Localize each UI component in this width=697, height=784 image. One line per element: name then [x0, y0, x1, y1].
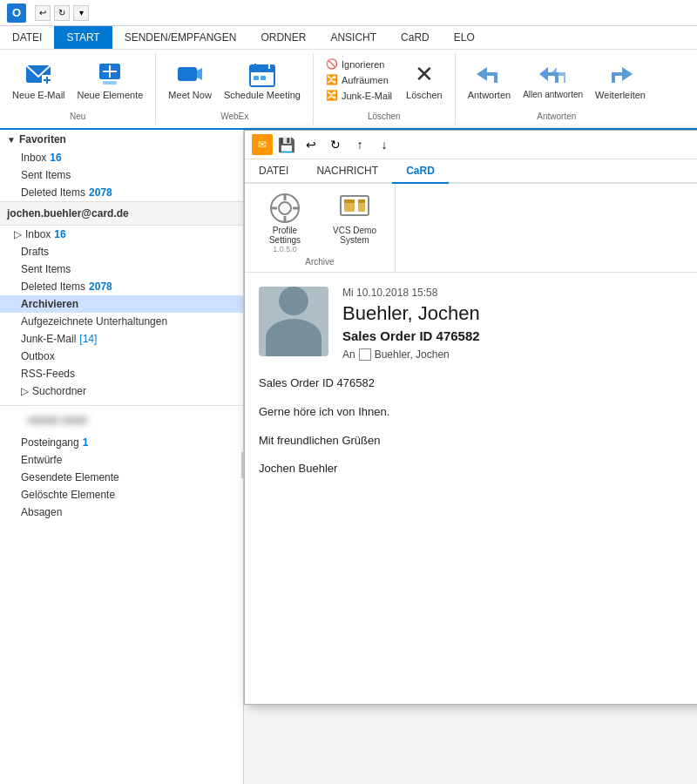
svg-marker-9 [197, 68, 202, 80]
popup-down-btn[interactable]: ↓ [374, 134, 395, 155]
junk-email-button[interactable]: 🔀 Junk-E-Mail [321, 88, 397, 103]
aufraeumen-button[interactable]: 🔀 Aufräumen [321, 72, 397, 87]
sidebar-item-inbox-fav[interactable]: Inbox 16 [0, 149, 243, 166]
popup-tab-datei[interactable]: DATEI [245, 159, 302, 182]
meet-now-button[interactable]: Meet Now [163, 57, 217, 104]
ignorieren-icon: 🚫 [326, 58, 338, 70]
svg-rect-14 [254, 76, 259, 80]
tab-elo[interactable]: ELO [442, 26, 487, 49]
loeschen-icon: ✕ [410, 60, 438, 88]
neue-email-button[interactable]: Neue E-Mail [7, 57, 71, 104]
popup-group-archive-label: Archive [305, 257, 334, 267]
allen-antworten-icon [539, 60, 567, 88]
sidebar-item-drafts[interactable]: Drafts [0, 243, 243, 260]
group-loeschen-label: Löschen [368, 112, 401, 121]
sidebar-item-absagen[interactable]: Absagen [0, 504, 243, 521]
sidebar-item-rss[interactable]: RSS-Feeds [0, 365, 243, 382]
redo-button[interactable]: ↻ [54, 5, 70, 21]
tab-senden[interactable]: SENDEN/EMPFANGEN [112, 26, 249, 49]
favoriten-label: Favoriten [19, 133, 66, 145]
schedule-meeting-icon [248, 60, 276, 88]
popup-undo-btn[interactable]: ↩ [301, 134, 321, 155]
tab-ordner[interactable]: ORDNER [248, 26, 318, 49]
sidebar-item-junk[interactable]: Junk-E-Mail [14] [0, 330, 243, 348]
sidebar-item-sent-fav[interactable]: Sent Items [0, 166, 243, 184]
popup-mail-btn[interactable]: ✉ [252, 134, 273, 155]
svg-point-21 [279, 202, 291, 214]
svg-rect-11 [250, 65, 274, 72]
svg-rect-30 [358, 199, 365, 203]
email-sender-info: Mi 10.10.2018 15:58 Buehler, Jochen Sale… [342, 287, 691, 361]
vcs-demo-label: VCS Demo System [328, 226, 381, 245]
sidebar-item-deleted[interactable]: Deleted Items 2078 [0, 278, 243, 295]
quick-access-toolbar: ↩ ↻ ▾ [35, 5, 89, 21]
email-from-name: Buehler, Jochen [342, 302, 691, 325]
suchordner-arrow-icon: ▷ [21, 385, 29, 397]
popup-tab-card[interactable]: CaRD [392, 159, 449, 184]
antworten-button[interactable]: Antworten [463, 57, 517, 104]
sidebar-account-header: jochen.buehler@card.de [0, 201, 243, 226]
sidebar-favoriten-header[interactable]: ▼ Favoriten [0, 130, 243, 149]
loeschen-button[interactable]: ✕ Löschen [401, 57, 448, 104]
svg-marker-19 [612, 67, 633, 83]
email-subject-line: Sales Order ID 476582 [342, 328, 691, 343]
meet-now-icon [176, 60, 204, 88]
inbox-arrow-icon: ▷ [14, 228, 22, 240]
ignorieren-button[interactable]: 🚫 Ignorieren [321, 57, 397, 71]
popup-ribbon-items: Profile Settings 1.0.5.0 [254, 189, 386, 255]
blurred-account-label: ●●●●● ●●●● [7, 411, 236, 429]
profile-settings-btn[interactable]: Profile Settings 1.0.5.0 [254, 189, 316, 255]
popup-redo-btn[interactable]: ↻ [325, 134, 346, 155]
neue-elemente-button[interactable]: Neue Elemente [72, 57, 149, 104]
popup-ribbon: Profile Settings 1.0.5.0 [245, 184, 697, 273]
group-neu-label: Neu [70, 112, 85, 121]
sidebar-item-suchordner[interactable]: ▷ Suchordner [0, 382, 243, 400]
junk-icon: 🔀 [326, 90, 338, 101]
overlay-popup: ✉ 💾 ↩ ↻ ↑ ↓ DATEI NACHRICHT CaRD [244, 130, 697, 784]
main-layout: ◀ ▼ Favoriten Inbox 16 Sent Items Delete… [0, 130, 697, 784]
popup-toolbar: ✉ 💾 ↩ ↻ ↑ ↓ [245, 131, 697, 159]
allen-antworten-button[interactable]: Allen antworten [518, 57, 588, 103]
tab-card[interactable]: CaRD [389, 26, 442, 49]
sidebar-item-aufgezeichnete[interactable]: Aufgezeichnete Unterhaltungen [0, 313, 243, 330]
customize-button[interactable]: ▾ [73, 5, 89, 21]
popup-tab-nachricht[interactable]: NACHRICHT [302, 159, 392, 182]
popup-ribbon-group-archive: Profile Settings 1.0.5.0 [245, 184, 396, 272]
email-to-line: An Buehler, Jochen [342, 348, 691, 361]
ribbon-tabs: DATEI START SENDEN/EMPFANGEN ORDNER ANSI… [0, 26, 697, 50]
title-bar: O ↩ ↻ ▾ [0, 0, 697, 26]
sidebar-item-gesendete[interactable]: Gesendete Elemente [0, 469, 243, 486]
tab-ansicht[interactable]: ANSICHT [318, 26, 389, 49]
sidebar-item-outbox[interactable]: Outbox [0, 348, 243, 365]
group-webex-label: WebEx [220, 112, 248, 121]
svg-rect-7 [103, 81, 117, 84]
sidebar-item-inbox[interactable]: ▷ Inbox 16 [0, 226, 243, 243]
weiterleiten-icon [606, 60, 634, 88]
neue-email-icon [24, 60, 52, 88]
sidebar-item-sent[interactable]: Sent Items [0, 260, 243, 278]
tab-datei[interactable]: DATEI [0, 26, 54, 49]
neue-elemente-icon [96, 60, 124, 88]
email-body: Mi 10.10.2018 15:58 Buehler, Jochen Sale… [245, 273, 697, 704]
aufraeumen-icon: 🔀 [326, 74, 338, 85]
popup-window: ✉ 💾 ↩ ↻ ↑ ↓ DATEI NACHRICHT CaRD [244, 130, 697, 705]
email-header-section: Mi 10.10.2018 15:58 Buehler, Jochen Sale… [259, 287, 691, 361]
sidebar-item-deleted-fav[interactable]: Deleted Items 2078 [0, 184, 243, 201]
sidebar-item-entwuerfe[interactable]: Entwürfe [0, 451, 243, 469]
email-body-text: Sales Order ID 476582 Gerne höre ich von… [259, 375, 691, 478]
profile-settings-label: Profile Settings [259, 226, 311, 245]
to-checkbox[interactable] [359, 348, 371, 361]
weiterleiten-button[interactable]: Weiterleiten [590, 57, 651, 104]
tab-start[interactable]: START [54, 26, 112, 49]
sidebar-item-geloeschte[interactable]: Gelöschte Elemente [0, 486, 243, 504]
ribbon-group-neu: Neue E-Mail Neue Elemente Neu [0, 53, 156, 125]
sidebar-item-posteingang[interactable]: Posteingang 1 [0, 434, 243, 451]
vcs-demo-btn[interactable]: VCS Demo System [323, 189, 386, 255]
ribbon-group-webex: Meet Now Schedule Meeting WebEx [156, 53, 314, 125]
profile-settings-icon [267, 191, 302, 226]
popup-save-btn[interactable]: 💾 [276, 134, 297, 155]
schedule-meeting-button[interactable]: Schedule Meeting [219, 57, 306, 104]
sidebar-item-archivieren[interactable]: Archivieren [0, 295, 243, 313]
undo-button[interactable]: ↩ [35, 5, 51, 21]
popup-up-btn[interactable]: ↑ [349, 134, 370, 155]
